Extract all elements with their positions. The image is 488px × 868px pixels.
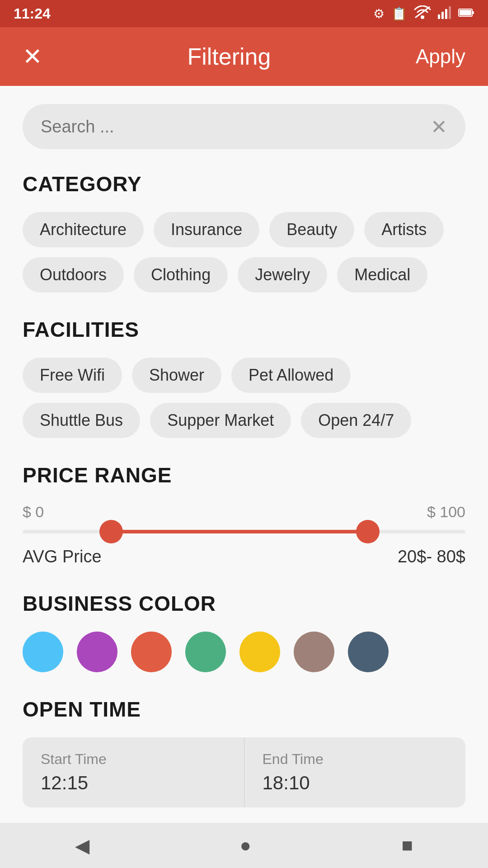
color-circle[interactable] [23, 632, 63, 672]
search-bar[interactable]: ✕ [23, 104, 465, 149]
business-color-title: BUSINESS COLOR [23, 591, 465, 616]
svg-rect-7 [472, 11, 474, 14]
category-chip[interactable]: Artists [364, 212, 444, 247]
color-circle[interactable] [348, 632, 389, 672]
facilities-section: FACILITIES Free WifiShowerPet AllowedShu… [23, 317, 465, 438]
start-time-block[interactable]: Start Time 12:15 [23, 737, 244, 807]
price-labels: $ 0 $ 100 [23, 503, 465, 521]
price-max-label: $ 100 [427, 503, 465, 521]
facilities-section-title: FACILITIES [23, 317, 465, 342]
color-circle[interactable] [185, 632, 226, 672]
price-avg-row: AVG Price 20$- 80$ [23, 547, 465, 566]
category-chip[interactable]: Beauty [269, 212, 354, 247]
nav-bar: ◀ ● ■ [0, 823, 488, 868]
business-color-section: BUSINESS COLOR [23, 591, 465, 672]
category-chip[interactable]: Clothing [134, 257, 228, 292]
gear-icon: ⚙ [373, 6, 385, 21]
category-chip[interactable]: Insurance [154, 212, 259, 247]
color-circle[interactable] [239, 632, 280, 672]
start-time-value: 12:15 [41, 772, 226, 794]
svg-rect-6 [460, 10, 471, 15]
range-track[interactable] [23, 530, 465, 533]
svg-rect-1 [438, 14, 440, 19]
category-chip[interactable]: Architecture [23, 212, 144, 247]
range-thumb-right[interactable] [356, 520, 380, 543]
price-range-title: PRICE RANGE [23, 463, 465, 487]
price-min-label: $ 0 [23, 503, 44, 521]
color-circle[interactable] [131, 632, 172, 672]
svg-rect-3 [445, 9, 447, 19]
color-circle[interactable] [77, 632, 117, 672]
svg-rect-4 [449, 6, 451, 19]
category-section-title: CATEGORY [23, 172, 465, 196]
range-thumb-left[interactable] [99, 520, 123, 543]
signal-icon [438, 5, 451, 22]
facility-chip[interactable]: Supper Market [150, 403, 291, 438]
search-clear-icon[interactable]: ✕ [431, 115, 447, 138]
end-time-label: End Time [263, 751, 448, 768]
category-chip[interactable]: Medical [337, 257, 427, 292]
search-input[interactable] [41, 117, 431, 137]
close-button[interactable]: ✕ [23, 43, 42, 70]
facility-chip[interactable]: Shuttle Bus [23, 403, 140, 438]
status-icons: ⚙ 📋 [373, 5, 474, 22]
status-time: 11:24 [14, 5, 51, 22]
home-nav-icon[interactable]: ● [240, 835, 251, 856]
svg-rect-2 [441, 12, 444, 19]
category-chips: ArchitectureInsuranceBeautyArtistsOutdoo… [23, 212, 465, 292]
time-row: Start Time 12:15 End Time 18:10 [23, 737, 465, 807]
avg-price-label: AVG Price [23, 547, 102, 566]
facility-chip[interactable]: Free Wifi [23, 358, 122, 393]
battery-icon [458, 6, 474, 21]
facility-chip[interactable]: Shower [132, 358, 221, 393]
end-time-value: 18:10 [263, 772, 448, 794]
open-time-section: OPEN TIME Start Time 12:15 End Time 18:1… [23, 697, 465, 807]
facility-chip[interactable]: Pet Allowed [231, 358, 351, 393]
range-fill [111, 530, 368, 533]
open-time-title: OPEN TIME [23, 697, 465, 722]
main-content: ✕ CATEGORY ArchitectureInsuranceBeautyAr… [0, 86, 488, 844]
start-time-label: Start Time [41, 751, 226, 768]
header: ✕ Filtering Apply [0, 27, 488, 86]
category-chip[interactable]: Jewelry [238, 257, 327, 292]
status-bar: 11:24 ⚙ 📋 [0, 0, 488, 27]
header-title: Filtering [187, 43, 271, 70]
category-chip[interactable]: Outdoors [23, 257, 124, 292]
facility-chip[interactable]: Open 24/7 [301, 403, 411, 438]
price-range-section: PRICE RANGE $ 0 $ 100 AVG Price 20$- 80$ [23, 463, 465, 566]
end-time-block[interactable]: End Time 18:10 [244, 737, 466, 807]
wifi-icon [414, 5, 431, 22]
apply-button[interactable]: Apply [416, 45, 465, 68]
color-circles [23, 632, 465, 672]
avg-price-value: 20$- 80$ [398, 547, 465, 566]
back-nav-icon[interactable]: ◀ [75, 835, 89, 857]
facilities-chips: Free WifiShowerPet AllowedShuttle BusSup… [23, 358, 465, 438]
category-section: CATEGORY ArchitectureInsuranceBeautyArti… [23, 172, 465, 292]
recent-nav-icon[interactable]: ■ [401, 835, 413, 856]
color-circle[interactable] [294, 632, 334, 672]
clipboard-icon: 📋 [391, 6, 407, 21]
